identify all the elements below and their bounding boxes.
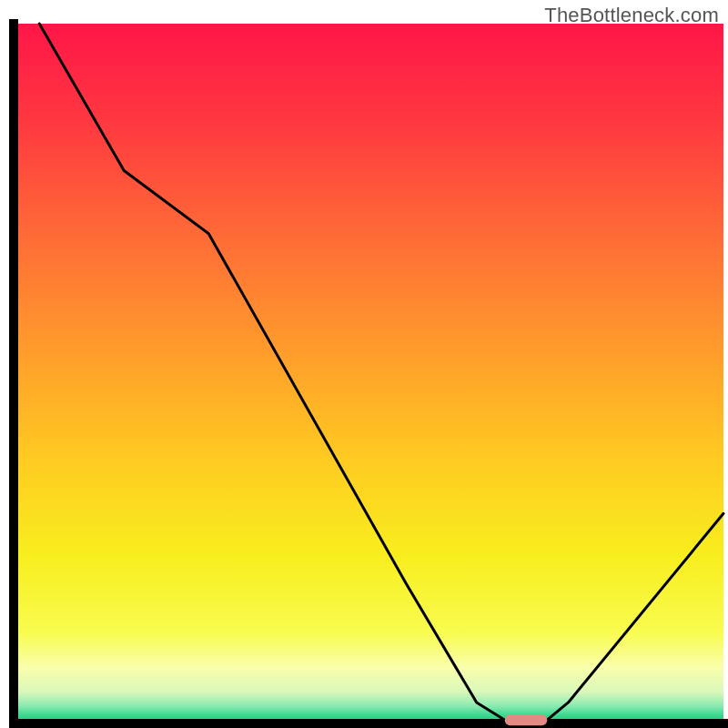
plot-background xyxy=(18,24,723,723)
chart-svg xyxy=(0,0,728,728)
optimal-marker xyxy=(505,714,548,725)
watermark-label: TheBottleneck.com xyxy=(544,4,719,27)
bottleneck-chart: TheBottleneck.com xyxy=(0,0,728,728)
